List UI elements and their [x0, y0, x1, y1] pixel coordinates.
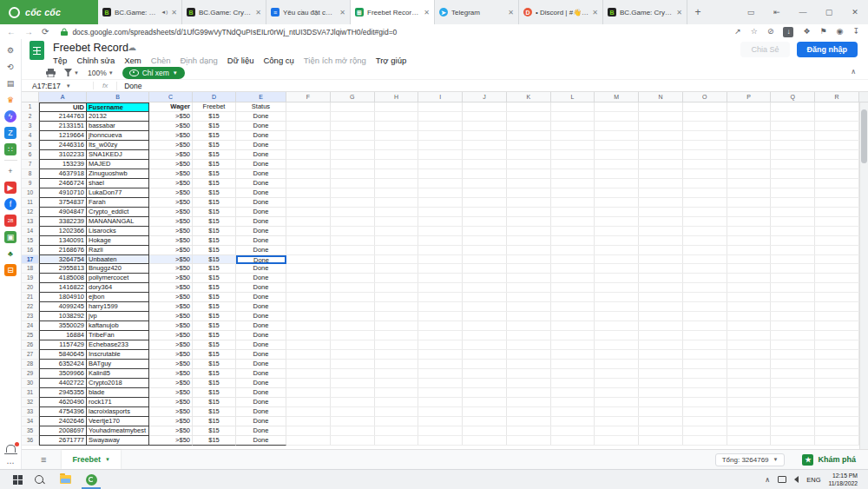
grid-cell[interactable]: Done — [236, 208, 286, 217]
grid-cell[interactable]: >$50 — [149, 236, 193, 246]
grid-cell[interactable]: $15 — [193, 369, 236, 379]
column-header-K[interactable]: K — [507, 92, 551, 102]
grid-cell[interactable]: >$50 — [149, 112, 193, 122]
add-panel-icon[interactable]: + — [4, 165, 16, 177]
column-header-Q[interactable]: Q — [771, 92, 815, 102]
grid-cell[interactable]: Done — [236, 131, 286, 141]
grid-cell[interactable]: Done — [236, 283, 286, 293]
grid-cell[interactable]: Freebet — [193, 102, 236, 112]
vertical-scrollbar[interactable] — [859, 102, 868, 449]
empty-columns[interactable] — [286, 350, 868, 360]
column-header-J[interactable]: J — [463, 92, 507, 102]
row-header-15[interactable]: 15 — [22, 236, 39, 246]
grid-cell[interactable]: pollymercocet — [87, 274, 149, 283]
zoom-select[interactable]: 100%▼ — [88, 69, 114, 77]
row-header-14[interactable]: 14 — [22, 227, 39, 236]
adblock-shield-icon[interactable]: ⊘ — [767, 28, 774, 36]
column-header-D[interactable]: D — [193, 92, 236, 102]
back-icon[interactable]: ← — [7, 27, 16, 36]
tab-close-icon[interactable]: ✕ — [255, 9, 261, 17]
grid-cell[interactable]: 20132 — [87, 112, 149, 122]
grid-cell[interactable]: >$50 — [149, 407, 193, 417]
empty-columns[interactable] — [286, 388, 868, 398]
empty-columns[interactable] — [286, 169, 868, 179]
explore-button[interactable]: ★ Khám phá — [802, 454, 856, 466]
grid-cell[interactable]: 4754396 — [39, 407, 87, 417]
new-tab-button[interactable]: + — [687, 0, 708, 24]
bookmark-star-icon[interactable]: ☆ — [751, 28, 758, 36]
grid-cell[interactable]: $15 — [193, 150, 236, 160]
reload-icon[interactable]: ⟳ — [42, 27, 49, 36]
empty-columns[interactable] — [286, 160, 868, 169]
row-header-7[interactable]: 7 — [22, 160, 39, 169]
grid-cell[interactable]: 4637918 — [39, 169, 87, 179]
row-header-21[interactable]: 21 — [22, 293, 39, 302]
browser-tab[interactable]: BBC.Game: Crypto Casino✕ — [603, 0, 687, 24]
grid-cell[interactable]: Done — [236, 160, 286, 169]
grid-cell[interactable]: $15 — [193, 227, 236, 236]
grid-cell[interactable]: 2144763 — [39, 112, 87, 122]
grid-cell[interactable]: 3382239 — [39, 217, 87, 227]
row-header-17[interactable]: 17 — [22, 255, 39, 265]
grid-cell[interactable]: $15 — [193, 246, 236, 255]
row-header-30[interactable]: 30 — [22, 379, 39, 388]
empty-columns[interactable] — [286, 122, 868, 131]
grid-cell[interactable]: jhonncueva — [87, 131, 149, 141]
sum-pill[interactable]: Tổng: 3264769▼ — [715, 453, 786, 466]
tab-close-icon[interactable]: ✕ — [339, 9, 345, 17]
grid-cell[interactable]: Wager — [149, 102, 193, 112]
grid-cell[interactable]: Done — [236, 417, 286, 426]
grid-cell[interactable]: Done — [236, 293, 286, 302]
network-icon[interactable] — [778, 476, 786, 483]
grid-cell[interactable]: 2955813 — [39, 264, 87, 274]
grid-cell[interactable]: $15 — [193, 179, 236, 188]
settings-gear-icon[interactable]: ⚙ — [4, 44, 16, 56]
grid-cell[interactable]: jvp — [87, 312, 149, 321]
grid-cell[interactable]: Done — [236, 398, 286, 407]
grid-cell[interactable]: Done — [236, 312, 286, 321]
grid-cell[interactable]: Done — [236, 122, 286, 131]
grid-cell[interactable]: Done — [236, 188, 286, 198]
grid-cell[interactable]: $15 — [193, 360, 236, 369]
grid-cell[interactable]: Bnuggz420 — [87, 264, 149, 274]
grid-cell[interactable]: Done — [236, 426, 286, 436]
zalo-icon[interactable]: Z — [4, 127, 16, 139]
grid-cell[interactable]: >$50 — [149, 302, 193, 312]
empty-columns[interactable] — [286, 283, 868, 293]
empty-columns[interactable] — [286, 217, 868, 227]
empty-columns[interactable] — [286, 255, 868, 265]
save-page-icon[interactable]: ↧ — [852, 28, 859, 36]
grid-cell[interactable]: >$50 — [149, 208, 193, 217]
grid-cell[interactable]: 4910710 — [39, 188, 87, 198]
games-icon[interactable]: ∷ — [4, 143, 16, 155]
grid-cell[interactable]: Done — [236, 246, 286, 255]
grid-cell[interactable]: Hokage — [87, 236, 149, 246]
grid-cell[interactable]: Lisarocks — [87, 227, 149, 236]
close-icon[interactable]: ✕ — [842, 8, 868, 17]
column-header-O[interactable]: O — [683, 92, 727, 102]
menu-công-cụ[interactable]: Công cụ — [263, 56, 293, 65]
grid-cell[interactable]: >$50 — [149, 312, 193, 321]
grid-cell[interactable]: Crypto2018 — [87, 379, 149, 388]
grid-cell[interactable]: Done — [236, 302, 286, 312]
tab-close-icon[interactable]: ✕ — [592, 9, 598, 17]
tab-close-icon[interactable]: ✕ — [676, 9, 682, 17]
empty-columns[interactable] — [286, 236, 868, 246]
row-header-10[interactable]: 10 — [22, 188, 39, 198]
notification-bell-icon[interactable] — [6, 445, 16, 453]
grid-cell[interactable]: >$50 — [149, 340, 193, 350]
shopping-cart-icon[interactable]: ⊟ — [4, 264, 16, 276]
tab-audio-icon[interactable]: ◄) — [161, 10, 168, 15]
row-header-13[interactable]: 13 — [22, 217, 39, 227]
volume-icon[interactable] — [794, 476, 799, 483]
grid-cell[interactable]: Done — [236, 112, 286, 122]
grid-cell[interactable]: $15 — [193, 398, 236, 407]
grid-cell[interactable]: $15 — [193, 302, 236, 312]
empty-columns[interactable] — [286, 274, 868, 283]
grid-cell[interactable]: 2466724 — [39, 179, 87, 188]
row-header-4[interactable]: 4 — [22, 131, 39, 141]
grid-cell[interactable]: >$50 — [149, 255, 193, 265]
grid-cell[interactable]: Done — [236, 236, 286, 246]
start-button[interactable] — [0, 470, 26, 489]
grid-cell[interactable]: $15 — [193, 160, 236, 169]
